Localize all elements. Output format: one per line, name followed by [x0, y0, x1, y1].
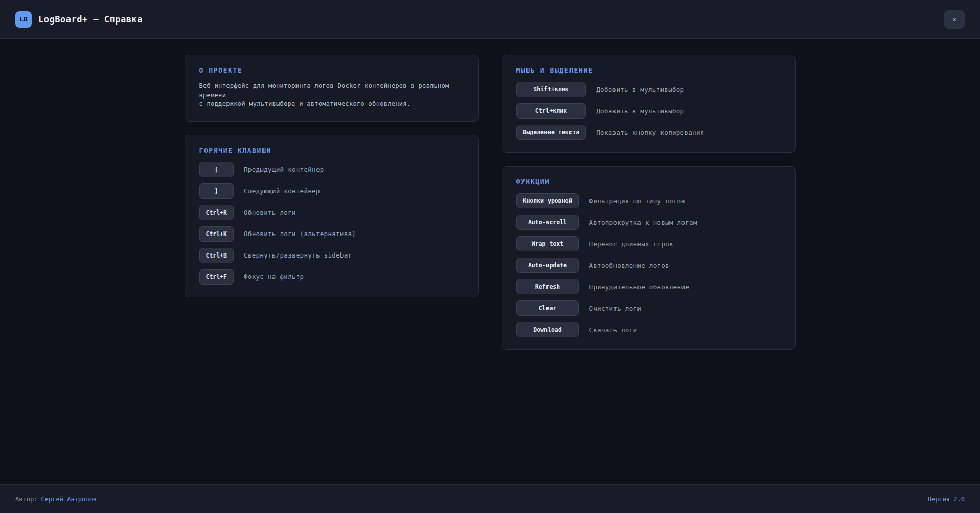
- kbd-level-buttons: Кнопки уровней: [516, 193, 579, 208]
- about-card: О ПРОЕКТЕ Веб-интерфейс для мониторинга …: [185, 55, 479, 122]
- kbd-auto-scroll: Auto-scroll: [516, 215, 579, 230]
- desc-refresh: Принудительное обновление: [589, 283, 781, 291]
- page-title: LogBoard+ — Справка: [38, 14, 143, 25]
- right-column: МЫШЬ И ВЫДЕЛЕНИЕ Shift+клик Добавить в м…: [502, 55, 796, 350]
- left-column: О ПРОЕКТЕ Веб-интерфейс для мониторинга …: [185, 55, 479, 297]
- kbd-refresh-logs: Ctrl+R: [199, 205, 234, 220]
- desc-refresh-logs: Обновить логи: [244, 208, 464, 216]
- functions-card: ФУНКЦИИ Кнопки уровней Фильтрация по тип…: [502, 166, 796, 350]
- functions-card-title: ФУНКЦИИ: [516, 178, 781, 185]
- desc-prev-container: Предыдущий контейнер: [244, 166, 464, 173]
- functions-rows: Кнопки уровней Фильтрация по типу логов …: [516, 193, 781, 337]
- author-link[interactable]: Сергей Антропов: [41, 496, 97, 503]
- desc-refresh-alt: Обновить логи (альтернатива): [244, 230, 464, 238]
- mouse-rows: Shift+клик Добавить в мультивыбор Ctrl+к…: [516, 82, 781, 140]
- kbd-refresh-alt: Ctrl+K: [199, 226, 234, 242]
- kbd-shift-click: Shift+клик: [516, 82, 586, 97]
- kbd-auto-update: Auto-update: [516, 258, 579, 273]
- version-label: Версия 2.0: [928, 496, 965, 503]
- footer-author: Автор: Сергей Антропов: [15, 496, 97, 503]
- footer: Автор: Сергей Антропов Версия 2.0: [0, 484, 980, 513]
- header-left: LB LogBoard+ — Справка: [15, 11, 143, 28]
- mouse-card: МЫШЬ И ВЫДЕЛЕНИЕ Shift+клик Добавить в м…: [502, 55, 796, 153]
- kbd-ctrl-click: Ctrl+клик: [516, 103, 586, 119]
- kbd-clear: Clear: [516, 300, 579, 316]
- header: LB LogBoard+ — Справка ✕: [0, 0, 980, 39]
- kbd-download: Download: [516, 322, 579, 337]
- about-card-title: О ПРОЕКТЕ: [199, 66, 464, 74]
- kbd-next-container: ]: [199, 183, 234, 199]
- desc-auto-update: Автообновление логов: [589, 262, 781, 269]
- desc-clear: Очистить логи: [589, 305, 781, 312]
- desc-level-buttons: Фильтрация по типу логов: [589, 197, 781, 205]
- hotkeys-card: ГОРЯЧИЕ КЛАВИШИ [ Предыдущий контейнер ]…: [185, 135, 479, 297]
- close-icon: ✕: [952, 15, 956, 24]
- content-area: О ПРОЕКТЕ Веб-интерфейс для мониторинга …: [0, 39, 980, 484]
- desc-focus-filter: Фокус на фильтр: [244, 273, 464, 281]
- cards-grid: О ПРОЕКТЕ Веб-интерфейс для мониторинга …: [185, 39, 796, 350]
- hotkeys-card-title: ГОРЯЧИЕ КЛАВИШИ: [199, 147, 464, 154]
- desc-toggle-sidebar: Свернуть/развернуть sidebar: [244, 251, 464, 259]
- kbd-focus-filter: Ctrl+F: [199, 269, 234, 285]
- mouse-card-title: МЫШЬ И ВЫДЕЛЕНИЕ: [516, 66, 781, 74]
- desc-shift-click: Добавить в мультивыбор: [596, 86, 781, 94]
- close-button[interactable]: ✕: [944, 10, 965, 29]
- desc-download: Скачать логи: [589, 326, 781, 334]
- kbd-toggle-sidebar: Ctrl+B: [199, 248, 234, 263]
- kbd-prev-container: [: [199, 162, 234, 177]
- desc-wrap-text: Перенос длинных строк: [589, 240, 781, 248]
- kbd-wrap-text: Wrap text: [516, 236, 579, 251]
- desc-text-selection: Показать кнопку копирования: [596, 129, 781, 136]
- kbd-text-selection: Выделение текста: [516, 125, 586, 140]
- logboard-logo: LB: [15, 11, 32, 28]
- hotkeys-rows: [ Предыдущий контейнер ] Следующий конте…: [199, 162, 464, 285]
- desc-auto-scroll: Автопрокрутка к новым логам: [589, 219, 781, 226]
- author-label: Автор:: [15, 496, 37, 503]
- desc-next-container: Следующий контейнер: [244, 187, 464, 195]
- about-card-text: Веб-интерфейс для мониторинга логов Dock…: [199, 82, 464, 109]
- desc-ctrl-click: Добавить в мультивыбор: [596, 107, 781, 115]
- kbd-refresh: Refresh: [516, 279, 579, 294]
